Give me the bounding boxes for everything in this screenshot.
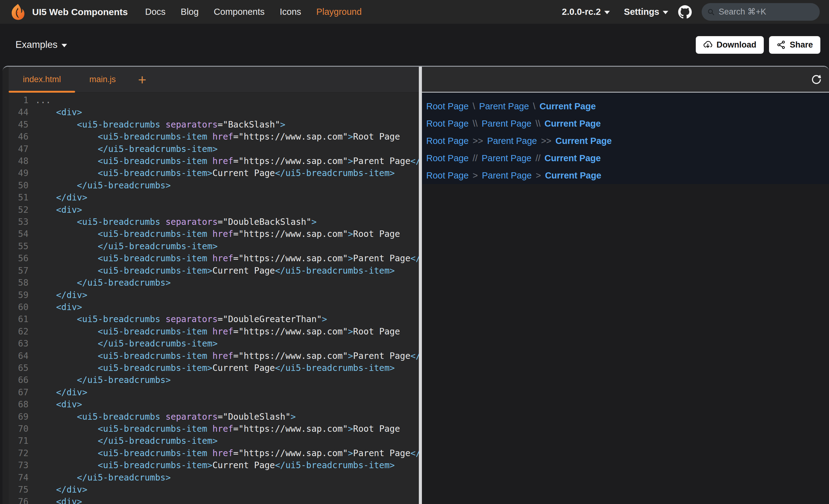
code-line: 76 <div> (9, 496, 419, 504)
nav-link-docs[interactable]: Docs (145, 7, 166, 17)
breadcrumb-link[interactable]: Root Page (426, 170, 469, 181)
code-line: 54 <ui5-breadcrumbs-item href="https://w… (9, 228, 419, 240)
reload-arrow-icon (810, 74, 822, 85)
refresh-icon[interactable] (810, 74, 822, 85)
code-line: 72 <ui5-breadcrumbs-item href="https://w… (9, 447, 419, 459)
search-box[interactable] (701, 3, 820, 21)
line-number: 57 (9, 265, 29, 277)
caret-down-icon (604, 11, 610, 14)
settings-label: Settings (624, 7, 659, 17)
code-line-content: </ui5-breadcrumbs-item> (35, 240, 218, 252)
code-line-content: <ui5-breadcrumbs separators="BackSlash"> (35, 119, 285, 131)
code-line-content: <ui5-breadcrumbs-item href="https://www.… (35, 252, 419, 264)
settings-dropdown[interactable]: Settings (624, 7, 668, 17)
code-line: 68 <div> (9, 398, 419, 411)
breadcrumb-separator: \ (533, 101, 535, 112)
code-line: 44 <div> (9, 106, 419, 118)
code-line-content: </ui5-breadcrumbs-item> (35, 338, 218, 350)
examples-dropdown[interactable]: Examples (15, 39, 67, 50)
code-line: 62 <ui5-breadcrumbs-item href="https://w… (9, 325, 419, 338)
code-line: 59 </div> (9, 289, 419, 301)
share-nodes-icon (777, 40, 786, 49)
code-line: 57 <ui5-breadcrumbs-item>Current Page</u… (9, 265, 419, 277)
line-number: 62 (9, 325, 29, 338)
download-button[interactable]: Download (696, 36, 764, 54)
breadcrumb-separator: >> (473, 136, 483, 146)
nav-link-blog[interactable]: Blog (181, 7, 199, 17)
search-input[interactable] (719, 7, 814, 17)
line-number: 73 (9, 459, 29, 471)
breadcrumb-row: Root Page>Parent Page>Current Page (426, 167, 829, 184)
phoenix-flame-icon (9, 3, 27, 21)
editor-tabbar: index.htmlmain.js+ (9, 67, 419, 93)
code-line-content: <ui5-breadcrumbs separators="DoubleGreat… (35, 313, 327, 325)
version-dropdown[interactable]: 2.0.0-rc.2 (562, 7, 610, 17)
code-line-content: </ui5-breadcrumbs> (35, 180, 171, 191)
add-tab-button[interactable]: + (135, 67, 150, 92)
github-icon[interactable] (678, 5, 692, 19)
code-line: 60 <div> (9, 301, 419, 313)
breadcrumb-current: Current Page (545, 170, 601, 181)
panel-splitter[interactable] (419, 67, 422, 504)
nav-link-playground[interactable]: Playground (316, 7, 362, 17)
share-button[interactable]: Share (769, 36, 820, 54)
line-number: 58 (9, 277, 29, 289)
code-line-content: </div> (35, 289, 87, 301)
line-number: 76 (9, 496, 29, 504)
line-number: 69 (9, 411, 29, 423)
code-line: 53 <ui5-breadcrumbs separators="DoubleBa… (9, 216, 419, 228)
download-label: Download (717, 40, 756, 50)
breadcrumb-link[interactable]: Root Page (426, 101, 469, 112)
breadcrumb-link[interactable]: Root Page (426, 136, 469, 146)
ui5-logo-icon[interactable] (9, 3, 27, 21)
caret-down-icon (62, 44, 67, 47)
preview-header (422, 67, 829, 93)
tab-index.html[interactable]: index.html (9, 67, 75, 92)
code-line-content: </div> (35, 191, 87, 203)
line-number: 52 (9, 204, 29, 216)
line-number: 44 (9, 106, 29, 118)
line-number: 61 (9, 313, 29, 325)
breadcrumb-link[interactable]: Parent Page (482, 170, 532, 181)
nav-link-icons[interactable]: Icons (280, 7, 301, 17)
line-number: 48 (9, 155, 29, 167)
code-line-content: <div> (35, 106, 82, 118)
preview-document: Root Page\Parent Page\Current PageRoot P… (422, 93, 829, 184)
breadcrumb-link[interactable]: Parent Page (481, 119, 531, 129)
brand-title[interactable]: UI5 Web Components (32, 7, 128, 17)
code-line: 66 </ui5-breadcrumbs> (9, 374, 419, 386)
code-line: 46 <ui5-breadcrumbs-item href="https://w… (9, 131, 419, 143)
code-line: 56 <ui5-breadcrumbs-item href="https://w… (9, 252, 419, 264)
code-line-content: <div> (35, 301, 82, 313)
code-line-content: <ui5-breadcrumbs-item>Current Page</ui5-… (35, 167, 395, 179)
code-line: 67 </div> (9, 386, 419, 398)
code-line-content: <div> (35, 204, 82, 216)
github-octocat-icon (678, 5, 692, 19)
code-line: 51 </div> (9, 191, 419, 203)
breadcrumb-separator: // (473, 153, 477, 163)
line-number: 64 (9, 350, 29, 362)
breadcrumb-link[interactable]: Root Page (426, 119, 469, 129)
code-area[interactable]: 1...44 <div>45 <ui5-breadcrumbs separato… (9, 93, 419, 504)
code-line-content: <ui5-breadcrumbs-item href="https://www.… (35, 350, 419, 362)
code-line-content: </ui5-breadcrumbs> (35, 374, 171, 386)
nav-links: DocsBlogComponentsIconsPlayground (145, 7, 362, 17)
breadcrumb-current: Current Page (545, 119, 601, 129)
breadcrumb-link[interactable]: Parent Page (487, 136, 537, 146)
nav-link-components[interactable]: Components (214, 7, 264, 17)
code-line-content: <ui5-breadcrumbs separators="DoubleBackS… (35, 216, 317, 228)
code-editor-panel: index.htmlmain.js+ 1...44 <div>45 <ui5-b… (2, 67, 419, 504)
breadcrumb-link[interactable]: Parent Page (481, 153, 531, 163)
line-number: 54 (9, 228, 29, 240)
code-line-content: <ui5-breadcrumbs-item href="https://www.… (35, 155, 419, 167)
version-label: 2.0.0-rc.2 (562, 7, 601, 17)
breadcrumb-link[interactable]: Parent Page (479, 101, 529, 112)
search-icon (707, 8, 715, 16)
tab-main.js[interactable]: main.js (75, 67, 130, 92)
code-line: 61 <ui5-breadcrumbs separators="DoubleGr… (9, 313, 419, 325)
examples-label: Examples (15, 39, 58, 50)
code-line-content: <ui5-breadcrumbs-item href="https://www.… (35, 447, 419, 459)
breadcrumb-separator: \\ (473, 119, 477, 129)
code-line: 1... (9, 94, 419, 106)
breadcrumb-link[interactable]: Root Page (426, 153, 469, 163)
